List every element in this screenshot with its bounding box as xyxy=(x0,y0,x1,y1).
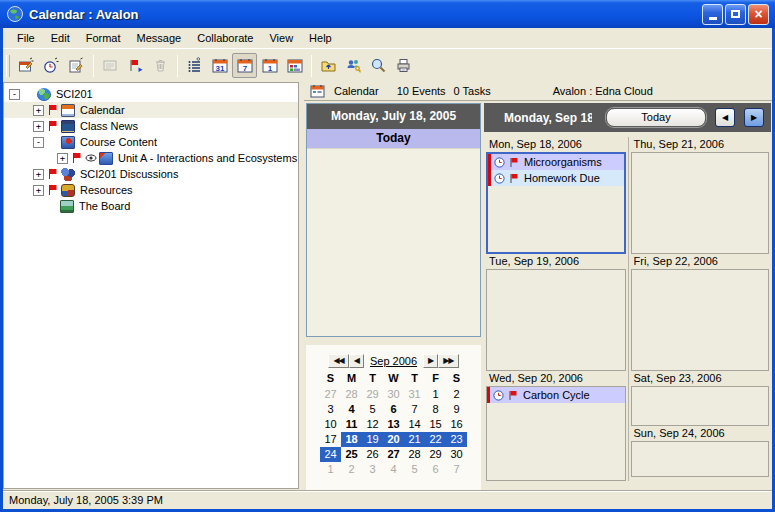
mini-calendar-day[interactable]: 2 xyxy=(341,462,362,477)
day-cell[interactable] xyxy=(631,152,770,254)
mini-calendar-day[interactable]: 8 xyxy=(425,402,446,417)
title-bar[interactable]: Calendar : Avalon × xyxy=(0,0,775,28)
mini-calendar-day[interactable]: 13 xyxy=(383,417,404,432)
parent-folder-button[interactable] xyxy=(316,53,341,78)
day-cell[interactable] xyxy=(631,269,770,371)
mini-calendar-day[interactable]: 1 xyxy=(320,462,341,477)
mini-calendar-day[interactable]: 15 xyxy=(425,417,446,432)
delete-button[interactable] xyxy=(148,53,173,78)
prev-month-button[interactable]: ◀ xyxy=(349,354,364,368)
day-cell[interactable]: Microorganisms Homework Due xyxy=(486,152,626,254)
new-note-button[interactable] xyxy=(64,53,89,78)
event-item[interactable]: Homework Due xyxy=(488,170,624,186)
search-button[interactable] xyxy=(366,53,391,78)
mini-calendar-day[interactable]: 4 xyxy=(383,462,404,477)
mini-calendar-day[interactable]: 6 xyxy=(425,462,446,477)
mini-calendar-day[interactable]: 30 xyxy=(383,387,404,402)
tree-item[interactable]: - SCI201 xyxy=(4,86,298,102)
mini-calendar-day[interactable]: 22 xyxy=(425,432,446,447)
expander-icon[interactable]: - xyxy=(9,89,20,100)
new-event-button[interactable] xyxy=(14,53,39,78)
mini-calendar-day[interactable]: 29 xyxy=(425,447,446,462)
mini-calendar-day[interactable]: 3 xyxy=(362,462,383,477)
tree-item[interactable]: The Board xyxy=(4,198,298,214)
open-item-button[interactable] xyxy=(98,53,123,78)
mini-calendar-day[interactable]: 27 xyxy=(383,447,404,462)
mini-calendar-day[interactable]: 7 xyxy=(446,462,467,477)
menu-item[interactable]: View xyxy=(261,30,301,46)
print-button[interactable] xyxy=(391,53,416,78)
day-cell[interactable] xyxy=(631,441,770,477)
tree-item[interactable]: - Course Content xyxy=(4,134,298,150)
mini-calendar-day[interactable]: 25 xyxy=(341,447,362,462)
menu-item[interactable]: Format xyxy=(78,30,129,46)
mini-calendar-day[interactable]: 10 xyxy=(320,417,341,432)
mini-calendar-day[interactable]: 27 xyxy=(320,387,341,402)
tree-item[interactable]: + Calendar xyxy=(4,102,298,118)
mini-calendar-day[interactable]: 21 xyxy=(404,432,425,447)
mini-calendar-day[interactable]: 26 xyxy=(362,447,383,462)
week-view-button[interactable]: 7 xyxy=(232,53,257,78)
new-alarm-button[interactable] xyxy=(39,53,64,78)
mini-calendar-day[interactable]: 17 xyxy=(320,432,341,447)
mini-calendar-day[interactable]: 18 xyxy=(341,432,362,447)
close-button[interactable]: × xyxy=(748,4,769,25)
mini-calendar-day[interactable]: 6 xyxy=(383,402,404,417)
mini-calendar-day[interactable]: 1 xyxy=(425,387,446,402)
prev-year-button[interactable]: ◀◀ xyxy=(328,354,348,368)
expander-icon[interactable]: + xyxy=(57,153,68,164)
mini-calendar-day[interactable]: 5 xyxy=(404,462,425,477)
mini-calendar-day[interactable]: 24 xyxy=(320,447,341,462)
menu-item[interactable]: Collaborate xyxy=(189,30,261,46)
expander-icon[interactable]: + xyxy=(33,185,44,196)
menu-item[interactable]: File xyxy=(9,30,43,46)
mini-calendar-day[interactable]: 29 xyxy=(362,387,383,402)
mini-calendar-day[interactable]: 7 xyxy=(404,402,425,417)
tree-item[interactable]: + SCI201 Discussions xyxy=(4,166,298,182)
mini-calendar-day[interactable]: 4 xyxy=(341,402,362,417)
mini-calendar-day[interactable]: 9 xyxy=(446,402,467,417)
day-view-body[interactable] xyxy=(307,149,480,336)
expander-icon[interactable]: + xyxy=(33,105,44,116)
event-item[interactable]: Microorganisms xyxy=(488,154,624,170)
mini-calendar-day[interactable]: 23 xyxy=(446,432,467,447)
menu-item[interactable]: Message xyxy=(129,30,190,46)
mini-calendar-day[interactable]: 20 xyxy=(383,432,404,447)
mini-calendar-day[interactable]: 11 xyxy=(341,417,362,432)
mini-calendar-day[interactable]: 28 xyxy=(404,447,425,462)
expander-icon[interactable]: + xyxy=(33,169,44,180)
mini-calendar-day[interactable]: 5 xyxy=(362,402,383,417)
mini-calendar-day[interactable]: 12 xyxy=(362,417,383,432)
day-view-button[interactable]: 1 xyxy=(257,53,282,78)
day-cell[interactable]: Carbon Cycle xyxy=(486,386,626,481)
menu-item[interactable]: Help xyxy=(301,30,340,46)
tree-item[interactable]: + Resources xyxy=(4,182,298,198)
menu-item[interactable]: Edit xyxy=(43,30,78,46)
next-month-button[interactable]: ▶ xyxy=(423,354,438,368)
mini-calendar-day[interactable]: 2 xyxy=(446,387,467,402)
mini-calendar-day[interactable]: 30 xyxy=(446,447,467,462)
event-item[interactable]: Carbon Cycle xyxy=(487,387,625,403)
mini-calendar-day[interactable]: 19 xyxy=(362,432,383,447)
tree-item[interactable]: + Unit A - Interactions and Ecosystems xyxy=(4,150,298,166)
agenda-view-button[interactable] xyxy=(182,53,207,78)
mini-calendar-day[interactable]: 16 xyxy=(446,417,467,432)
mini-calendar-day[interactable]: 31 xyxy=(404,387,425,402)
expander-icon[interactable]: - xyxy=(33,137,44,148)
day-cell[interactable] xyxy=(486,269,626,371)
previous-week-button[interactable]: ◀ xyxy=(715,108,735,127)
minimize-button[interactable] xyxy=(702,4,723,25)
access-keys-button[interactable] xyxy=(341,53,366,78)
next-year-button[interactable]: ▶▶ xyxy=(438,354,458,368)
toolbar-grip[interactable] xyxy=(6,55,10,77)
mini-calendar-day[interactable]: 3 xyxy=(320,402,341,417)
flag-message-button[interactable] xyxy=(123,53,148,78)
mini-calendar-month-link[interactable]: Sep 2006 xyxy=(370,355,417,367)
month-view-button[interactable]: 31 xyxy=(207,53,232,78)
mini-calendar-day[interactable]: 14 xyxy=(404,417,425,432)
day-cell[interactable] xyxy=(631,386,770,426)
next-week-button[interactable]: ▶ xyxy=(744,108,764,127)
expander-icon[interactable]: + xyxy=(33,121,44,132)
multiweek-view-button[interactable] xyxy=(282,53,307,78)
maximize-button[interactable] xyxy=(725,4,746,25)
